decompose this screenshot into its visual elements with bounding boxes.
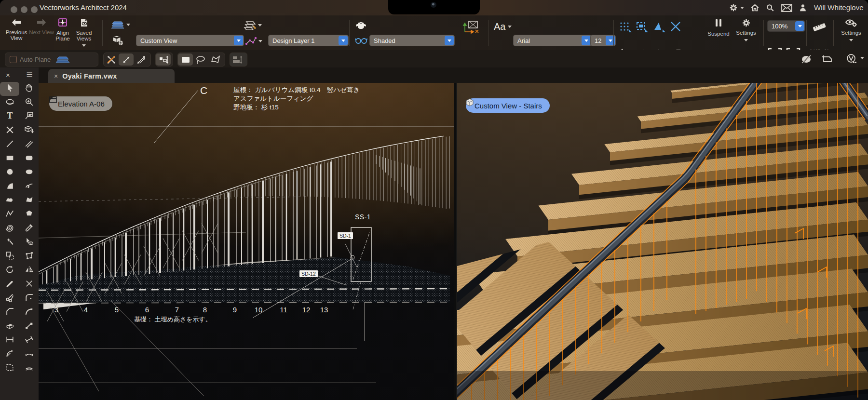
saved-views-button[interactable]: Saved Views <box>71 18 96 48</box>
home-icon[interactable] <box>750 3 760 13</box>
tool-mirror-button[interactable] <box>19 264 39 278</box>
tool-linear-dimension-button[interactable] <box>0 333 19 347</box>
font-size-dropdown[interactable]: 12 <box>590 35 616 46</box>
plan-rotation-icon[interactable] <box>461 19 480 34</box>
snap-object-icon[interactable] <box>636 21 648 33</box>
render-teapot-icon[interactable] <box>355 20 367 30</box>
app-gear-icon[interactable] <box>729 3 744 13</box>
tool-split-button[interactable] <box>0 292 19 306</box>
tool-pan-button[interactable] <box>19 82 39 96</box>
snap-grid-icon[interactable] <box>619 21 632 33</box>
add-viewport-icon[interactable] <box>821 55 833 64</box>
lasso-select-button[interactable] <box>193 53 208 66</box>
polygon-select-button[interactable] <box>208 53 223 66</box>
tool-rotate-button[interactable] <box>0 264 19 278</box>
tool-double-line-button[interactable] <box>19 138 39 152</box>
tool-transform-button[interactable] <box>0 250 19 264</box>
elevation-viewport[interactable]: Elevation A-06 C 屋根： ガルバリウム鋼板 t0.4 竪ハゼ葺き… <box>39 83 454 400</box>
custom-view-badge[interactable]: Custom View - Stairs <box>466 98 550 113</box>
viewport-divider[interactable] <box>454 83 457 400</box>
tool-regular-polygon-button[interactable] <box>19 208 39 222</box>
tool-angular-dimension-button[interactable] <box>19 333 39 347</box>
tool-selection-button[interactable] <box>0 82 19 96</box>
palette-close-icon[interactable]: × <box>6 71 10 79</box>
snapping-settings-button[interactable]: Settings <box>734 18 758 42</box>
tool-circle-button[interactable] <box>0 166 19 180</box>
move-by-points-button[interactable] <box>156 53 171 66</box>
tool-polygon-button[interactable] <box>0 194 19 208</box>
tool-radial-dimension-button[interactable] <box>0 347 19 361</box>
tool-rectangle-button[interactable] <box>0 152 19 166</box>
tool-select-similar-button[interactable] <box>19 236 39 250</box>
tool-push-pull-button[interactable] <box>19 124 39 138</box>
tool-callout-button[interactable] <box>19 110 39 124</box>
projection-cube-icon[interactable] <box>112 35 124 46</box>
palette-menu-icon[interactable]: ☰ <box>27 70 33 79</box>
render-mode-dropdown[interactable]: Shaded <box>369 35 455 46</box>
layers-icon[interactable] <box>244 20 262 30</box>
tool-magic-wand-button[interactable] <box>0 236 19 250</box>
vectorworks-cloud-icon[interactable] <box>846 54 857 65</box>
scaling-disabled-button[interactable] <box>104 53 119 66</box>
class-network-icon[interactable] <box>244 36 262 46</box>
search-icon[interactable] <box>766 3 774 13</box>
tool-trim-button[interactable] <box>19 278 39 292</box>
tool-arc-button[interactable] <box>0 180 19 194</box>
view-dropdown[interactable]: Custom View <box>136 35 244 46</box>
hide-details-icon[interactable] <box>800 55 812 64</box>
user-icon[interactable] <box>799 3 807 13</box>
tool-ellipse-button[interactable] <box>19 166 39 180</box>
scale-ruler-icon[interactable] <box>811 21 827 33</box>
drawing-canvas[interactable]: Elevation A-06 C 屋根： ガルバリウム鋼板 t0.4 竪ハゼ葺き… <box>39 83 868 400</box>
layer-dropdown[interactable]: Design Layer 1 <box>268 35 349 46</box>
tool-zoom-button[interactable] <box>19 96 39 110</box>
tool-flyover-button[interactable] <box>0 96 19 110</box>
view-settings-button[interactable]: Settings <box>838 18 864 42</box>
traffic-light-zoom[interactable] <box>31 6 38 13</box>
tab-close-icon[interactable]: × <box>54 72 58 80</box>
tool-section-line-button[interactable] <box>19 361 39 375</box>
view-planes-icon[interactable] <box>111 20 130 29</box>
tool-spiral-button[interactable] <box>0 222 19 236</box>
tool-fillet-arc-button[interactable] <box>19 306 39 320</box>
mail-icon[interactable] <box>781 3 792 13</box>
tool-freehand-button[interactable] <box>19 180 39 194</box>
font-aa-icon[interactable]: Aa <box>494 21 512 32</box>
tool-delete-button[interactable] <box>0 124 19 138</box>
scaling-multi-button[interactable] <box>134 53 149 66</box>
tool-extrude-face-button[interactable] <box>0 320 19 333</box>
traffic-light-minimize[interactable] <box>21 6 27 13</box>
unified-view-button[interactable] <box>230 53 245 66</box>
render-style-glasses-icon[interactable] <box>355 37 367 44</box>
elevation-badge[interactable]: Elevation A-06 <box>49 96 112 111</box>
traffic-light-close[interactable] <box>11 6 17 13</box>
tool-fillet-button[interactable] <box>19 292 39 306</box>
tool-reshape-button[interactable] <box>19 250 39 264</box>
mirror-icon <box>24 265 34 277</box>
tool-eyedropper-button[interactable] <box>19 222 39 236</box>
marquee-select-button[interactable] <box>178 53 193 66</box>
previous-view-button[interactable]: Previous View <box>4 18 29 41</box>
auto-plane-group[interactable]: Auto-Plane <box>5 53 98 67</box>
tool-rounded-rectangle-button[interactable] <box>19 152 39 166</box>
font-family-dropdown[interactable]: Arial <box>513 35 592 46</box>
tool-polyline-button[interactable] <box>19 194 39 208</box>
suspend-snapping-button[interactable]: Suspend <box>705 18 732 37</box>
tool-text-button[interactable]: T <box>0 110 19 124</box>
cloud-chevron-icon[interactable] <box>860 57 864 59</box>
snap-intersection-icon[interactable] <box>670 21 681 32</box>
tool-clip-button[interactable] <box>0 361 19 375</box>
scaling-single-button[interactable] <box>119 53 134 66</box>
tool-chamfer-button[interactable] <box>0 306 19 320</box>
zoom-dropdown[interactable]: 100% <box>767 20 805 32</box>
tool-open-polyline-button[interactable] <box>0 208 19 222</box>
document-tab[interactable]: × Oyaki Farm.vwx <box>48 69 175 83</box>
tool-line-button[interactable] <box>0 138 19 152</box>
auto-plane-checkbox[interactable] <box>10 56 17 63</box>
user-name[interactable]: Will Whiteglove <box>814 3 864 12</box>
stairs-3d-viewport[interactable]: Custom View - Stairs <box>457 83 868 400</box>
tool-arc-dimension-button[interactable] <box>19 347 39 361</box>
tool-connect-button[interactable] <box>19 320 39 333</box>
snap-angle-icon[interactable] <box>653 21 665 33</box>
tool-knife-button[interactable] <box>0 278 19 292</box>
